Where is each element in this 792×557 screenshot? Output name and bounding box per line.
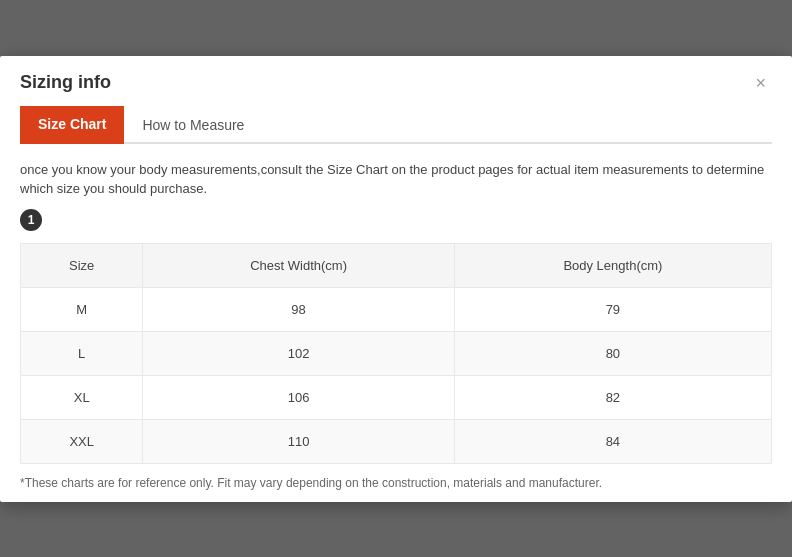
description-text: once you know your body measurements,con… xyxy=(20,160,772,199)
table-cell-2-0: XL xyxy=(21,375,143,419)
col-header-chest: Chest Width(cm) xyxy=(143,243,454,287)
table-cell-0-1: 98 xyxy=(143,287,454,331)
col-header-body: Body Length(cm) xyxy=(454,243,771,287)
table-cell-3-0: XXL xyxy=(21,419,143,463)
tab-size-chart[interactable]: Size Chart xyxy=(20,106,124,144)
table-cell-1-0: L xyxy=(21,331,143,375)
table-cell-0-0: M xyxy=(21,287,143,331)
size-table: Size Chest Width(cm) Body Length(cm) M98… xyxy=(20,243,772,464)
modal-title: Sizing info xyxy=(20,72,111,93)
table-cell-2-1: 106 xyxy=(143,375,454,419)
sizing-info-modal: Sizing info × Size Chart How to Measure … xyxy=(0,56,792,502)
table-row: M9879 xyxy=(21,287,772,331)
table-cell-0-2: 79 xyxy=(454,287,771,331)
table-cell-3-2: 84 xyxy=(454,419,771,463)
table-cell-1-2: 80 xyxy=(454,331,771,375)
col-header-size: Size xyxy=(21,243,143,287)
table-row: XXL11084 xyxy=(21,419,772,463)
disclaimer-text: *These charts are for reference only. Fi… xyxy=(20,476,772,490)
table-row: XL10682 xyxy=(21,375,772,419)
close-button[interactable]: × xyxy=(749,72,772,94)
tab-how-to-measure[interactable]: How to Measure xyxy=(124,106,262,144)
table-cell-2-2: 82 xyxy=(454,375,771,419)
table-cell-3-1: 110 xyxy=(143,419,454,463)
table-row: L10280 xyxy=(21,331,772,375)
table-header-row: Size Chest Width(cm) Body Length(cm) xyxy=(21,243,772,287)
table-cell-1-1: 102 xyxy=(143,331,454,375)
modal-overlay[interactable]: Sizing info × Size Chart How to Measure … xyxy=(0,0,792,557)
modal-header: Sizing info × xyxy=(0,56,792,94)
step-badge: 1 xyxy=(20,209,42,231)
modal-body: once you know your body measurements,con… xyxy=(0,144,792,502)
tabs-container: Size Chart How to Measure xyxy=(20,104,772,144)
